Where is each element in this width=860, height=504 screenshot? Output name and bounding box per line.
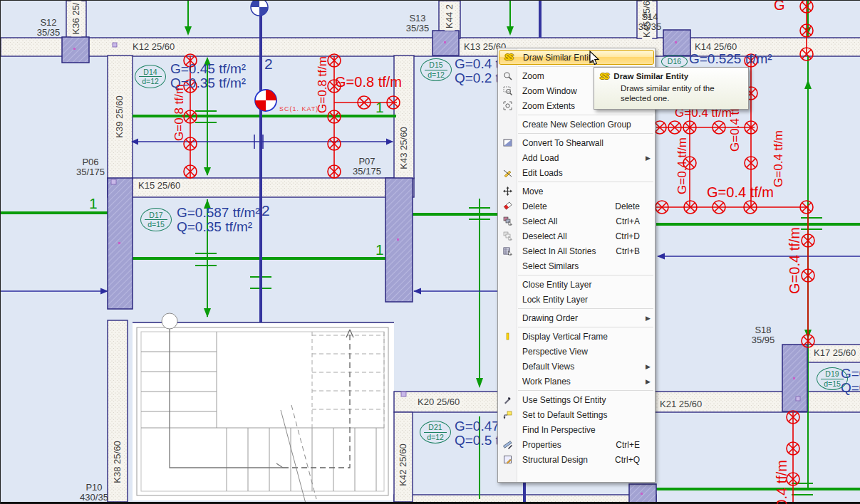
menu-item-label: Select All — [517, 216, 616, 226]
delete-icon — [499, 201, 517, 211]
menu-item-display-vertical-frame[interactable]: Display Vertical Frame — [499, 329, 654, 344]
menu-item-label: Edit Loads — [517, 168, 640, 178]
menu-item-label: Deselect All — [517, 231, 616, 241]
menu-item-draw-similar-entity[interactable]: SSDraw Similar Entity — [499, 50, 654, 65]
menu-separator — [518, 390, 653, 391]
shearwall-icon — [499, 138, 517, 147]
context-menu: SSDraw Similar EntityZoomZoom WindowZoom… — [497, 48, 656, 483]
menu-item-create-new-selection-group[interactable]: Create New Selection Group — [499, 117, 654, 132]
eyedropper-icon — [499, 395, 517, 404]
submenu-arrow-icon: ▶ — [646, 315, 654, 322]
menu-separator — [518, 327, 653, 327]
menu-item-add-load[interactable]: Add Load▶ — [499, 150, 654, 165]
move-icon — [499, 187, 517, 196]
menu-item-default-views[interactable]: Default Views▶ — [499, 359, 654, 374]
menu-item-set-to-default-settings[interactable]: Set to Default Settings — [499, 407, 654, 422]
menu-item-shortcut: Ctrl+B — [616, 246, 646, 256]
menu-item-shortcut: Delete — [615, 201, 646, 211]
tooltip: SS Draw Similar Entity Draws similar ent… — [594, 67, 749, 110]
draw-similar-icon: SS — [600, 72, 608, 80]
menu-item-label: Structural Design — [517, 455, 615, 465]
menu-item-find-in-perspective[interactable]: Find In Perspective — [499, 422, 654, 437]
set-default-icon — [499, 410, 517, 419]
menu-item-select-similars[interactable]: Select Similars — [499, 258, 654, 273]
zoom-window-icon — [499, 86, 517, 95]
menu-item-label: Set to Default Settings — [517, 410, 640, 420]
edit-loads-icon — [499, 168, 517, 177]
menu-item-properties[interactable]: PropertiesCtrl+E — [499, 437, 654, 452]
menu-item-label: Default Views — [517, 362, 640, 372]
submenu-arrow-icon: ▶ — [646, 154, 654, 162]
menu-item-label: Move — [517, 187, 640, 196]
menu-item-label: Add Load — [517, 153, 640, 163]
menu-item-drawing-order[interactable]: Drawing Order▶ — [499, 310, 654, 325]
menu-item-label: Select In All Stories — [517, 246, 616, 256]
draw-similar-icon: SS — [499, 53, 517, 61]
zoom-extents-icon — [499, 101, 517, 110]
vertical-frame-icon — [499, 332, 517, 341]
menu-item-label: Properties — [517, 440, 616, 450]
menu-separator — [518, 275, 653, 275]
zoom-icon — [499, 71, 517, 80]
menu-item-shortcut: Ctrl+E — [616, 440, 646, 450]
select-all-icon — [499, 216, 517, 226]
menu-item-work-planes[interactable]: Work Planes▶ — [499, 374, 654, 389]
menu-item-delete[interactable]: DeleteDelete — [499, 199, 654, 214]
menu-separator — [518, 133, 653, 134]
menu-item-select-all[interactable]: Select AllCtrl+A — [499, 214, 654, 229]
menu-item-label: Convert To Shearwall — [517, 138, 640, 148]
menu-item-close-entity-layer[interactable]: Close Entity Layer — [499, 277, 654, 292]
menu-item-move[interactable]: Move — [499, 184, 654, 199]
menu-item-label: Use Settings Of Entity — [517, 395, 640, 405]
menu-item-label: Display Vertical Frame — [517, 332, 640, 342]
submenu-arrow-icon: ▶ — [646, 378, 654, 385]
tooltip-body: Draws similar entity of the selected one… — [621, 83, 742, 104]
menu-item-convert-to-shearwall[interactable]: Convert To Shearwall — [499, 135, 654, 150]
menu-item-label: Drawing Order — [517, 313, 640, 323]
menu-separator — [518, 308, 653, 309]
menu-item-shortcut: Ctrl+A — [616, 216, 646, 226]
submenu-arrow-icon: ▶ — [646, 363, 654, 370]
cad-application-viewport: K12 25/60K13 25/60K14 25/60K15 25/60K20 … — [0, 0, 860, 504]
menu-item-shortcut: Ctrl+D — [616, 231, 646, 241]
deselect-all-icon — [499, 231, 517, 241]
select-stories-icon — [499, 246, 517, 256]
tooltip-title: Draw Similar Entity — [613, 72, 688, 80]
menu-item-label: Work Planes — [517, 377, 640, 387]
staircase — [133, 313, 394, 503]
mass-center-symbol — [255, 90, 276, 111]
menu-item-edit-loads[interactable]: Edit Loads — [499, 165, 654, 180]
menu-separator — [518, 182, 653, 182]
menu-item-label: Select Similars — [517, 261, 640, 271]
structural-design-icon — [499, 455, 517, 464]
menu-item-label: Delete — [517, 201, 615, 211]
menu-item-structural-design[interactable]: Structural DesignCtrl+Q — [499, 452, 654, 467]
menu-separator — [518, 115, 653, 115]
section-marker-icon — [251, 1, 268, 16]
menu-item-lock-entity-layer[interactable]: Lock Entity Layer — [499, 292, 654, 307]
menu-item-use-settings-of-entity[interactable]: Use Settings Of Entity — [499, 392, 654, 407]
menu-item-label: Find In Perspective — [517, 425, 640, 435]
menu-item-perspective-view[interactable]: Perspective View — [499, 344, 654, 359]
menu-item-label: Perspective View — [517, 347, 640, 357]
properties-icon — [499, 440, 517, 449]
menu-item-label: Create New Selection Group — [517, 120, 640, 130]
menu-item-select-in-all-stories[interactable]: Select In All StoriesCtrl+B — [499, 243, 654, 258]
menu-item-deselect-all[interactable]: Deselect AllCtrl+D — [499, 229, 654, 243]
menu-item-label: Lock Entity Layer — [517, 295, 640, 305]
menu-item-shortcut: Ctrl+Q — [615, 455, 646, 465]
menu-item-label: Draw Similar Entity — [517, 53, 639, 63]
menu-item-label: Close Entity Layer — [517, 280, 640, 290]
